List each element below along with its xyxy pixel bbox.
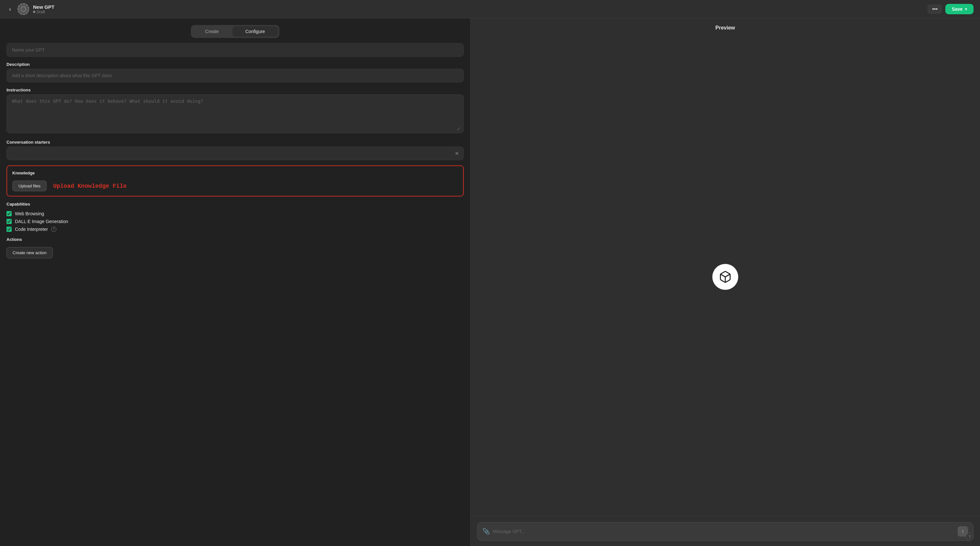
conversation-starters-label: Conversation starters: [6, 140, 464, 145]
gpt-info: New GPT Draft: [33, 4, 54, 14]
knowledge-row: Upload files Upload Knowledge File: [12, 181, 458, 191]
code-interpreter-label: Code Interpreter: [15, 227, 48, 232]
more-options-button[interactable]: •••: [928, 4, 942, 14]
capabilities-section: Capabilities Web Browsing DALL·E Image G…: [6, 202, 464, 232]
web-browsing-row[interactable]: Web Browsing: [6, 211, 464, 216]
status-dot: [33, 11, 35, 13]
tabs: Create Configure: [191, 25, 279, 38]
upload-files-button[interactable]: Upload files: [12, 181, 47, 191]
tabs-container: Create Configure: [0, 19, 470, 43]
knowledge-section: Knowledge Upload files Upload Knowledge …: [6, 166, 464, 196]
description-input[interactable]: [6, 69, 464, 82]
actions-section: Actions Create new action: [6, 237, 464, 258]
expand-icon[interactable]: ⤢: [457, 126, 460, 131]
help-corner-icon[interactable]: ?: [966, 533, 974, 541]
gpt-avatar: [18, 3, 29, 15]
gpt-name-input[interactable]: [6, 43, 464, 57]
web-browsing-checkbox[interactable]: [6, 211, 12, 216]
preview-footer: 📎 ↑ ?: [471, 516, 980, 546]
conversation-starters-input[interactable]: [7, 147, 450, 160]
instructions-wrapper: ⤢: [6, 94, 464, 135]
save-button[interactable]: Save ▾: [945, 4, 974, 14]
code-interpreter-checkbox[interactable]: [6, 227, 12, 232]
attach-icon[interactable]: 📎: [482, 528, 490, 535]
capabilities-label: Capabilities: [6, 202, 464, 207]
dalle-checkbox[interactable]: [6, 219, 12, 224]
actions-label: Actions: [6, 237, 464, 242]
upload-knowledge-label: Upload Knowledge File: [53, 183, 127, 189]
tab-create[interactable]: Create: [192, 26, 232, 37]
cube-icon: [719, 271, 732, 283]
knowledge-label: Knowledge: [12, 170, 458, 175]
gpt-name: New GPT: [33, 4, 54, 10]
gpt-status: Draft: [33, 10, 54, 14]
instructions-input[interactable]: [6, 94, 464, 133]
description-label: Description: [6, 62, 464, 67]
top-bar-right: ••• Save ▾: [928, 4, 974, 14]
create-action-button[interactable]: Create new action: [6, 247, 53, 258]
top-bar: ‹ New GPT Draft ••• Save ▾: [0, 0, 980, 19]
preview-icon-circle: [712, 264, 738, 290]
right-panel: Preview 📎 ↑ ?: [471, 19, 980, 546]
dalle-label: DALL·E Image Generation: [15, 219, 68, 224]
message-input[interactable]: [493, 529, 955, 534]
web-browsing-label: Web Browsing: [15, 211, 44, 216]
tab-configure[interactable]: Configure: [232, 26, 278, 37]
code-interpreter-row[interactable]: Code Interpreter ?: [6, 227, 464, 232]
top-bar-left: ‹ New GPT Draft: [6, 3, 54, 15]
conversation-starters-clear[interactable]: ✕: [450, 148, 463, 159]
preview-header: Preview: [471, 19, 980, 37]
dalle-row[interactable]: DALL·E Image Generation: [6, 219, 464, 224]
main-layout: Create Configure Description Instruction…: [0, 19, 980, 546]
form-area: Description Instructions ⤢ Conversation …: [0, 43, 470, 258]
preview-body: [471, 37, 980, 516]
description-section: Description: [6, 62, 464, 82]
back-button[interactable]: ‹: [6, 5, 14, 14]
code-interpreter-help-icon[interactable]: ?: [51, 227, 56, 232]
instructions-section: Instructions ⤢: [6, 88, 464, 135]
conversation-starters-wrapper: ✕: [6, 146, 464, 160]
message-input-wrapper: 📎 ↑: [477, 522, 974, 541]
svg-point-0: [21, 7, 26, 12]
instructions-label: Instructions: [6, 88, 464, 92]
conversation-starters-section: Conversation starters ✕: [6, 140, 464, 160]
left-panel: Create Configure Description Instruction…: [0, 19, 471, 546]
